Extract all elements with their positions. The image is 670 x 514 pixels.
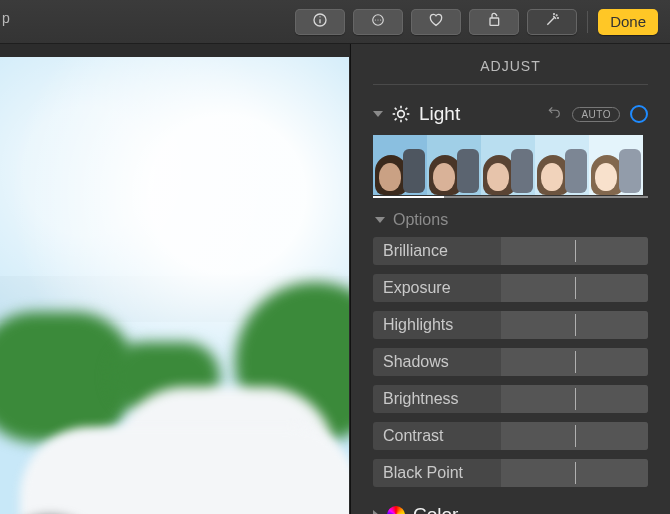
svg-point-11	[554, 13, 555, 14]
ellipsis-icon	[369, 13, 387, 31]
svg-point-2	[319, 16, 320, 17]
chevron-down-icon	[375, 217, 385, 223]
slider-brilliance[interactable]: Brilliance	[373, 237, 648, 265]
slider-black-point[interactable]: Black Point	[373, 459, 648, 487]
done-label: Done	[610, 13, 646, 30]
slider-shadows[interactable]: Shadows	[373, 348, 648, 376]
svg-point-10	[558, 17, 559, 18]
slider-highlights[interactable]: Highlights	[373, 311, 648, 339]
adjust-panel: ADJUST Light AUTO	[350, 44, 670, 514]
slider-list: Brilliance Exposure Highlights Shadows B…	[373, 237, 648, 487]
panel-title: ADJUST	[373, 44, 648, 85]
svg-point-9	[556, 14, 557, 15]
slider-track[interactable]	[501, 311, 648, 339]
color-section-header[interactable]: Color	[373, 496, 648, 514]
more-button[interactable]	[353, 9, 403, 35]
slider-contrast[interactable]: Contrast	[373, 422, 648, 450]
slider-track[interactable]	[501, 459, 648, 487]
svg-point-6	[380, 19, 381, 20]
svg-line-19	[395, 118, 397, 120]
light-icon	[391, 104, 411, 124]
wand-icon	[543, 12, 561, 32]
photo-canvas[interactable]	[0, 44, 349, 514]
slider-label: Exposure	[373, 279, 501, 297]
svg-line-18	[405, 118, 407, 120]
slider-track[interactable]	[501, 385, 648, 413]
light-preset-strip[interactable]	[373, 135, 648, 195]
slider-track[interactable]	[501, 348, 648, 376]
toolbar-separator	[587, 11, 588, 33]
enhance-button[interactable]	[527, 9, 577, 35]
slider-label: Black Point	[373, 464, 501, 482]
titlebar: p Done	[0, 0, 670, 44]
slider-label: Brilliance	[373, 242, 501, 260]
rotate-button[interactable]	[469, 9, 519, 35]
light-section-title: Light	[419, 103, 460, 125]
enabled-indicator[interactable]	[630, 105, 648, 123]
heart-icon	[427, 12, 445, 32]
slider-label: Shadows	[373, 353, 501, 371]
light-preset-thumb[interactable]	[589, 135, 643, 195]
svg-point-5	[378, 19, 379, 20]
rotate-icon	[485, 12, 503, 32]
svg-line-20	[405, 108, 407, 110]
color-section-title: Color	[413, 504, 458, 514]
svg-line-17	[395, 108, 397, 110]
slider-brightness[interactable]: Brightness	[373, 385, 648, 413]
light-preset-thumb[interactable]	[535, 135, 589, 195]
info-icon	[312, 12, 328, 32]
options-label: Options	[393, 211, 448, 229]
light-preset-thumb[interactable]	[427, 135, 481, 195]
slider-track[interactable]	[501, 274, 648, 302]
svg-rect-7	[490, 18, 499, 25]
info-button[interactable]	[295, 9, 345, 35]
chevron-down-icon	[373, 111, 383, 117]
slider-label: Brightness	[373, 390, 501, 408]
light-preset-thumb[interactable]	[373, 135, 427, 195]
svg-line-8	[547, 17, 554, 24]
slider-label: Contrast	[373, 427, 501, 445]
title-fragment: p	[2, 10, 10, 26]
chevron-right-icon	[373, 510, 379, 514]
slider-track[interactable]	[501, 237, 648, 265]
favorite-button[interactable]	[411, 9, 461, 35]
svg-point-12	[398, 111, 405, 118]
options-header[interactable]: Options	[373, 201, 648, 237]
slider-track[interactable]	[501, 422, 648, 450]
light-preset-thumb[interactable]	[481, 135, 535, 195]
slider-exposure[interactable]: Exposure	[373, 274, 648, 302]
photo-preview	[0, 57, 349, 514]
auto-button[interactable]: AUTO	[572, 107, 620, 122]
slider-label: Highlights	[373, 316, 501, 334]
app-root: p Done	[0, 0, 670, 514]
light-section-header[interactable]: Light AUTO	[373, 85, 648, 135]
undo-icon[interactable]	[546, 105, 562, 123]
color-wheel-icon	[387, 506, 405, 514]
svg-point-4	[375, 19, 376, 20]
done-button[interactable]: Done	[598, 9, 658, 35]
